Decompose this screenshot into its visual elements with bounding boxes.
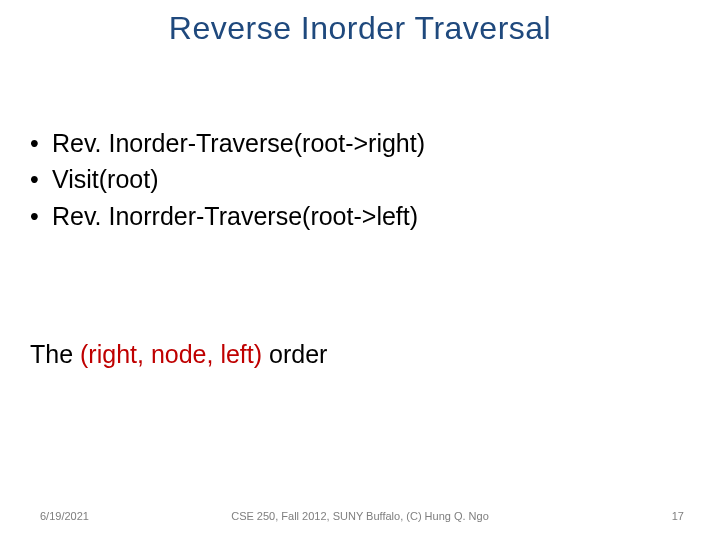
bullet-item: •Visit(root) [30, 161, 425, 197]
bullet-text: Visit(root) [52, 165, 159, 193]
footer-page-number: 17 [672, 510, 684, 522]
bullet-item: •Rev. Inorrder-Traverse(root->left) [30, 198, 425, 234]
footer-attribution: CSE 250, Fall 2012, SUNY Buffalo, (C) Hu… [0, 510, 720, 522]
bullet-item: •Rev. Inorder-Traverse(root->right) [30, 125, 425, 161]
bullet-dot-icon: • [30, 198, 52, 234]
summary-suffix: order [262, 340, 327, 368]
bullet-text: Rev. Inorrder-Traverse(root->left) [52, 202, 418, 230]
summary-prefix: The [30, 340, 80, 368]
slide: Reverse Inorder Traversal •Rev. Inorder-… [0, 0, 720, 540]
bullet-dot-icon: • [30, 125, 52, 161]
summary-line: The (right, node, left) order [30, 340, 327, 369]
bullet-list: •Rev. Inorder-Traverse(root->right) •Vis… [30, 125, 425, 234]
bullet-dot-icon: • [30, 161, 52, 197]
bullet-text: Rev. Inorder-Traverse(root->right) [52, 129, 425, 157]
slide-title: Reverse Inorder Traversal [0, 10, 720, 47]
summary-highlight: (right, node, left) [80, 340, 262, 368]
